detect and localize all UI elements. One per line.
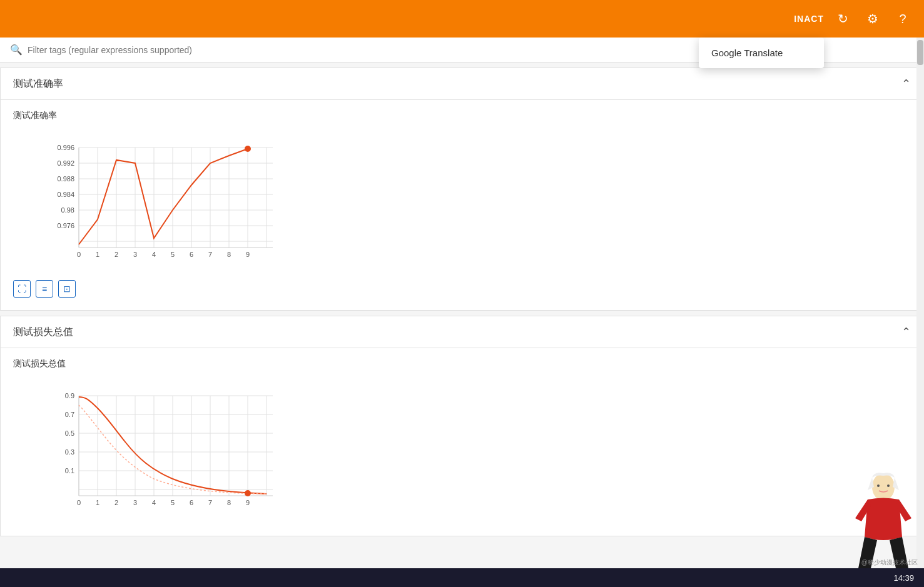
svg-text:0: 0 — [77, 499, 81, 506]
chart-accuracy-title: 测试准确率 — [13, 110, 911, 121]
section-accuracy: 测试准确率 ⌃ 测试准确率 — [0, 68, 924, 311]
settings-button[interactable]: ⚙ — [861, 8, 884, 30]
scrollbar[interactable] — [916, 38, 924, 541]
main-content: 测试准确率 ⌃ 测试准确率 — [0, 68, 924, 536]
chart-toolbar-accuracy: ⛶ ≡ ⊡ — [13, 280, 911, 298]
svg-text:0.3: 0.3 — [65, 448, 74, 456]
list-view-button[interactable]: ≡ — [36, 280, 53, 298]
section-accuracy-body: 测试准确率 — [1, 100, 923, 310]
svg-text:1: 1 — [96, 251, 99, 258]
svg-point-71 — [245, 490, 251, 496]
svg-point-36 — [245, 146, 251, 152]
svg-text:0.988: 0.988 — [57, 175, 74, 183]
svg-text:5: 5 — [171, 251, 175, 258]
section-loss-body: 测试损失总值 — [1, 348, 923, 536]
collapse-accuracy-icon: ⌃ — [901, 77, 911, 91]
chart-accuracy-svg: 0.996 0.992 0.988 0.984 0.98 0.976 0 1 2… — [13, 129, 276, 273]
svg-text:0: 0 — [77, 251, 81, 258]
svg-text:2: 2 — [114, 251, 118, 258]
section-accuracy-header[interactable]: 测试准确率 ⌃ — [1, 68, 923, 100]
svg-text:3: 3 — [133, 499, 137, 506]
collapse-loss-icon: ⌃ — [901, 325, 911, 339]
svg-text:0.5: 0.5 — [65, 429, 74, 437]
refresh-button[interactable]: ↻ — [831, 8, 854, 30]
top-bar: INACT ↻ ⚙ ? — [0, 0, 924, 38]
section-accuracy-title: 测试准确率 — [13, 78, 63, 91]
svg-text:0.7: 0.7 — [65, 411, 74, 418]
search-icon: 🔍 — [10, 44, 23, 56]
svg-text:9: 9 — [246, 499, 250, 506]
svg-text:0.9: 0.9 — [65, 392, 74, 399]
svg-text:1: 1 — [96, 499, 99, 506]
svg-text:8: 8 — [227, 499, 231, 506]
svg-text:7: 7 — [208, 499, 212, 506]
svg-text:0.984: 0.984 — [57, 191, 74, 198]
svg-text:2: 2 — [114, 499, 118, 506]
svg-text:4: 4 — [152, 499, 156, 506]
svg-text:0.1: 0.1 — [65, 467, 74, 474]
translate-dropdown: Google Translate — [699, 38, 824, 68]
svg-text:5: 5 — [171, 499, 175, 506]
status-text: INACT — [794, 14, 824, 24]
svg-text:0.976: 0.976 — [57, 222, 74, 229]
fullscreen-button[interactable]: ⛶ — [13, 280, 31, 298]
chart-loss-svg: 0.9 0.7 0.5 0.3 0.1 0 1 2 3 4 5 6 7 8 9 — [13, 377, 276, 521]
section-loss-title: 测试损失总值 — [13, 326, 73, 339]
crop-button[interactable]: ⊡ — [58, 280, 76, 298]
help-button[interactable]: ? — [891, 8, 914, 30]
svg-text:9: 9 — [246, 251, 250, 258]
svg-text:6: 6 — [190, 499, 193, 506]
svg-text:0.996: 0.996 — [57, 144, 74, 151]
chart-loss-title: 测试损失总值 — [13, 358, 911, 369]
section-loss: 测试损失总值 ⌃ 测试损失总值 — [0, 316, 924, 536]
svg-text:6: 6 — [190, 251, 193, 258]
svg-text:7: 7 — [208, 251, 212, 258]
chart-loss-wrap: 0.9 0.7 0.5 0.3 0.1 0 1 2 3 4 5 6 7 8 9 — [13, 377, 276, 521]
section-loss-header[interactable]: 测试损失总值 ⌃ — [1, 316, 923, 348]
svg-text:8: 8 — [227, 251, 231, 258]
chart-accuracy-wrap: 0.996 0.992 0.988 0.984 0.98 0.976 0 1 2… — [13, 129, 276, 273]
translate-option[interactable]: Google Translate — [711, 45, 811, 61]
svg-text:0.98: 0.98 — [61, 206, 74, 214]
svg-text:4: 4 — [152, 251, 156, 258]
svg-text:3: 3 — [133, 251, 137, 258]
svg-text:0.992: 0.992 — [57, 159, 74, 167]
